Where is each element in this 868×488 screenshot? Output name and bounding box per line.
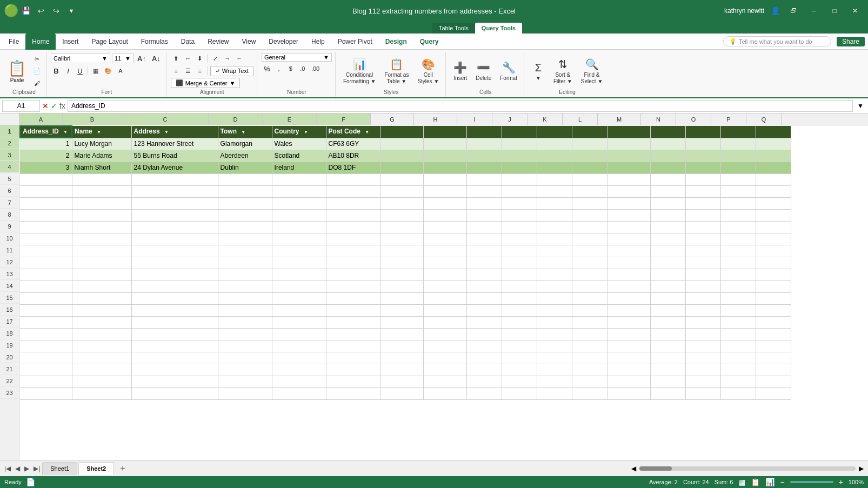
cell-D5[interactable]	[218, 173, 272, 185]
confirm-formula-icon[interactable]: ✓	[51, 102, 57, 110]
cell-P1[interactable]	[720, 126, 756, 138]
align-top-button[interactable]: ⬆	[171, 53, 182, 64]
row-num-1[interactable]: 1	[0, 125, 19, 137]
cell-D4[interactable]: Dublin	[218, 162, 272, 173]
col-header-E[interactable]: E	[263, 113, 317, 125]
cell-A19[interactable]	[20, 340, 72, 352]
tab-help[interactable]: Help	[305, 34, 331, 50]
cell-F2[interactable]: CF63 6GY	[326, 138, 380, 150]
tab-review[interactable]: Review	[201, 34, 235, 50]
format-painter-button[interactable]: 🖌	[31, 78, 43, 89]
decrease-decimal-button[interactable]: .00	[309, 63, 322, 74]
cell-N5[interactable]	[650, 173, 685, 185]
sort-filter-button[interactable]: ⇅ Sort &Filter ▼	[550, 55, 576, 88]
cell-H1[interactable]	[423, 126, 466, 138]
increase-font-button[interactable]: A↑	[135, 53, 148, 64]
row-num-15[interactable]: 15	[0, 292, 19, 304]
cell-G3[interactable]	[380, 150, 423, 162]
zoom-slider[interactable]	[790, 481, 833, 483]
col-header-M[interactable]: M	[598, 113, 641, 125]
customize-icon[interactable]: ▼	[66, 5, 77, 16]
zoom-in-icon[interactable]: +	[839, 478, 843, 486]
row-num-20[interactable]: 20	[0, 351, 19, 363]
cell-C5[interactable]	[131, 173, 218, 185]
cell-F3[interactable]: AB10 8DR	[326, 150, 380, 162]
cell-P2[interactable]	[720, 138, 756, 150]
font-color-button[interactable]: A	[115, 65, 126, 76]
cell-L5[interactable]	[572, 173, 607, 185]
increase-decimal-button[interactable]: .0	[297, 63, 308, 74]
cell-J1[interactable]	[502, 126, 537, 138]
redo-icon[interactable]: ↪	[51, 5, 62, 16]
cell-E2[interactable]: Wales	[272, 138, 326, 150]
cell-styles-button[interactable]: 🎨 CellStyles ▼	[414, 55, 442, 88]
cell-A16[interactable]	[20, 304, 72, 316]
row-num-23[interactable]: 23	[0, 387, 19, 399]
cell-O5[interactable]	[685, 173, 720, 185]
cell-F4[interactable]: DO8 1DF	[326, 162, 380, 173]
sheet-nav-next[interactable]: ▶	[22, 464, 31, 473]
cell-N2[interactable]	[650, 138, 685, 150]
cell-A21[interactable]	[20, 364, 72, 376]
currency-button[interactable]: $	[285, 63, 296, 74]
tab-formulas[interactable]: Formulas	[135, 34, 175, 50]
cell-F5[interactable]	[326, 173, 380, 185]
header-dropdown-A1[interactable]: ▼	[62, 129, 69, 136]
cell-I5[interactable]	[466, 173, 502, 185]
cell-A13[interactable]	[20, 269, 72, 280]
row-num-9[interactable]: 9	[0, 220, 19, 232]
conditional-formatting-button[interactable]: 📊 ConditionalFormatting ▼	[340, 55, 379, 88]
cell-L1[interactable]	[572, 126, 607, 138]
align-left-button[interactable]: ≡	[171, 65, 182, 76]
row-num-6[interactable]: 6	[0, 185, 19, 197]
cell-H3[interactable]	[423, 150, 466, 162]
cell-M1[interactable]	[607, 126, 650, 138]
cell-Q4[interactable]	[756, 162, 791, 173]
sheet-tab-sheet2[interactable]: Sheet2	[78, 462, 114, 475]
table-tools-tab[interactable]: Table Tools	[432, 23, 475, 34]
row-num-4[interactable]: 4	[0, 161, 19, 173]
col-header-A[interactable]: A	[19, 113, 63, 125]
merge-center-button[interactable]: ⬛ Merge & Center ▼	[171, 78, 241, 88]
cell-K1[interactable]	[537, 126, 572, 138]
maximize-button[interactable]: □	[827, 3, 842, 18]
copy-button[interactable]: 📄	[31, 66, 43, 77]
cell-H5[interactable]	[423, 173, 466, 185]
tab-page-layout[interactable]: Page Layout	[85, 34, 134, 50]
row-num-2[interactable]: 2	[0, 137, 19, 149]
cell-reference-box[interactable]: A1	[2, 100, 40, 112]
cell-M4[interactable]	[607, 162, 650, 173]
cell-A23[interactable]	[20, 387, 72, 399]
cell-K2[interactable]	[537, 138, 572, 150]
paste-button[interactable]: 📋 Paste	[5, 57, 29, 85]
cell-M3[interactable]	[607, 150, 650, 162]
cell-Q3[interactable]	[756, 150, 791, 162]
format-button[interactable]: 🔧 Format	[497, 55, 520, 88]
cell-D3[interactable]: Aberdeen	[218, 150, 272, 162]
row-num-16[interactable]: 16	[0, 304, 19, 316]
cell-A5[interactable]	[20, 173, 72, 185]
save-icon[interactable]: 💾	[21, 5, 31, 16]
tab-developer[interactable]: Developer	[262, 34, 305, 50]
cell-D2[interactable]: Glamorgan	[218, 138, 272, 150]
cell-J3[interactable]	[502, 150, 537, 162]
cell-Q1[interactable]	[756, 126, 791, 138]
cell-B2[interactable]: Lucy Morgan	[72, 138, 131, 150]
cell-A1[interactable]: Address_ID ▼	[20, 126, 72, 138]
row-num-14[interactable]: 14	[0, 280, 19, 292]
tab-design[interactable]: Design	[379, 34, 413, 50]
cell-B3[interactable]: Marie Adams	[72, 150, 131, 162]
italic-button[interactable]: I	[63, 65, 74, 76]
cell-I4[interactable]	[466, 162, 502, 173]
cell-O3[interactable]	[685, 150, 720, 162]
cell-P3[interactable]	[720, 150, 756, 162]
row-num-19[interactable]: 19	[0, 339, 19, 351]
cell-I1[interactable]	[466, 126, 502, 138]
tab-home[interactable]: Home	[25, 34, 56, 50]
cell-K5[interactable]	[537, 173, 572, 185]
expand-formula-icon[interactable]: ▼	[855, 101, 866, 111]
wrap-text-button[interactable]: ⤶ Wrap Text	[210, 66, 253, 76]
underline-button[interactable]: U	[75, 65, 85, 76]
col-header-N[interactable]: N	[641, 113, 676, 125]
cell-E4[interactable]: Ireland	[272, 162, 326, 173]
